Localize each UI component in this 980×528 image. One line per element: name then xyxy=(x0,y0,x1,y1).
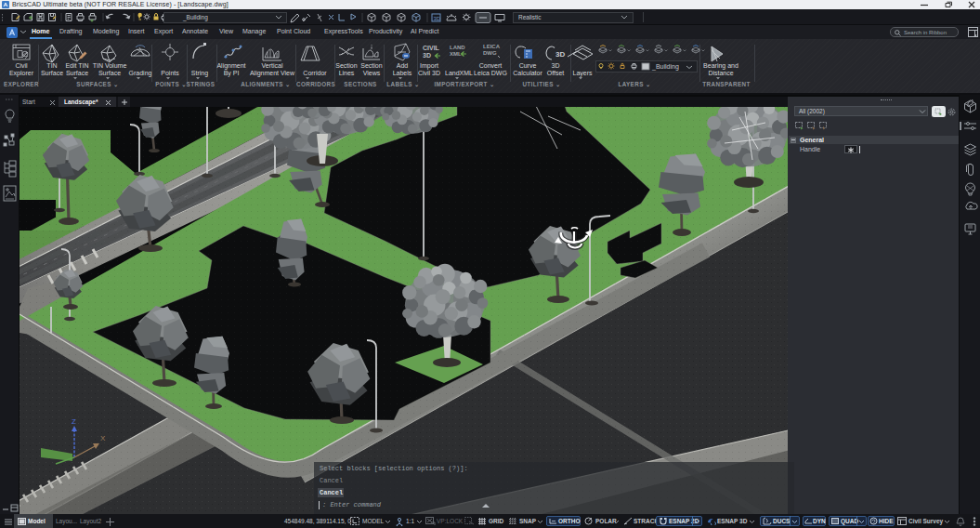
svg-text:X: X xyxy=(100,434,106,442)
svg-text:Z: Z xyxy=(72,417,76,426)
svg-text:3D: 3D xyxy=(555,50,565,59)
svg-text:3D: 3D xyxy=(434,16,441,21)
svg-text:XML: XML xyxy=(450,51,462,57)
svg-text:CIVIL: CIVIL xyxy=(423,45,440,51)
svg-text:LAND: LAND xyxy=(450,45,465,50)
svg-text:LEICA: LEICA xyxy=(483,44,501,49)
svg-text:DWG: DWG xyxy=(483,50,497,56)
svg-text:3D: 3D xyxy=(423,52,431,59)
